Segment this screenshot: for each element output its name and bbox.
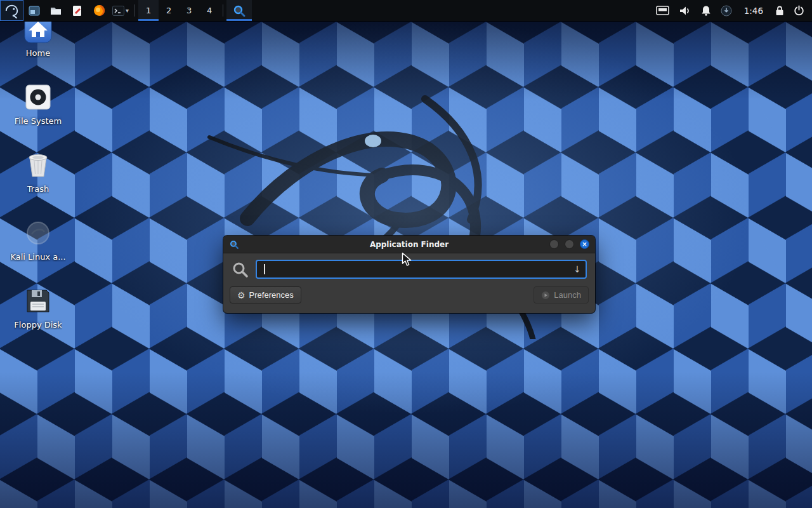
status-network-icon[interactable]: [721, 5, 732, 17]
firefox-icon: [93, 4, 105, 17]
notifications-bell-icon[interactable]: [701, 5, 711, 16]
minimize-button[interactable]: [549, 239, 559, 249]
top-panel: ▾ 1 2 3 4: [0, 0, 812, 22]
desktop-icon-kali-linux[interactable]: Kali Linux a...: [5, 218, 71, 262]
search-input[interactable]: [256, 260, 587, 279]
window-title: Application Finder: [223, 240, 595, 249]
application-finder-task-icon: [232, 4, 246, 18]
launcher-text-editor[interactable]: [67, 0, 88, 21]
workspace-3[interactable]: 3: [179, 0, 199, 21]
entry-dropdown-icon[interactable]: ↓: [573, 264, 581, 274]
panel-separator: [134, 4, 135, 17]
launcher-file-manager[interactable]: [45, 0, 67, 21]
trash-icon: [23, 150, 53, 180]
desktop-icon-column: Home File System Trash Kali Linux a...: [5, 14, 71, 330]
desktop-icon-file-system[interactable]: File System: [5, 82, 71, 126]
button-row: ⚙ Preferences Launch: [223, 283, 595, 310]
desktop-icon-floppy-disk[interactable]: Floppy Disk: [5, 286, 71, 330]
kali-logo-icon: [4, 3, 20, 18]
launcher-firefox[interactable]: [88, 0, 110, 21]
floppy-disk-icon: [23, 286, 53, 316]
close-button[interactable]: ×: [580, 239, 589, 249]
keyboard-icon[interactable]: [656, 6, 669, 15]
volume-icon[interactable]: [679, 6, 691, 16]
panel-clock[interactable]: 1:46: [742, 6, 766, 16]
launch-icon: [541, 291, 550, 300]
desktop-icon-label: Home: [26, 48, 50, 58]
desktop-icon-label: Trash: [27, 184, 49, 194]
desktop-icon-trash[interactable]: Trash: [5, 150, 71, 194]
preferences-button-label: Preferences: [249, 290, 294, 300]
search-entry-wrap: ↓: [256, 260, 587, 279]
search-row: ↓: [223, 253, 595, 283]
workspace-1[interactable]: 1: [138, 0, 159, 21]
panel-separator: [223, 4, 223, 17]
search-icon: [232, 261, 249, 278]
application-finder-window: Application Finder × ↓ ⚙ Preferences: [223, 236, 595, 313]
workspace-4[interactable]: 4: [199, 0, 219, 21]
titlebar[interactable]: Application Finder ×: [223, 236, 595, 253]
application-finder-window-icon: [229, 239, 239, 250]
terminal-icon: [112, 6, 124, 16]
taskbar-application-finder[interactable]: [226, 0, 252, 21]
preferences-button[interactable]: ⚙ Preferences: [230, 286, 301, 304]
system-tray: 1:46: [648, 0, 812, 21]
text-editor-icon: [72, 5, 82, 17]
applications-menu-button[interactable]: [0, 0, 23, 21]
kali-linux-icon: [23, 218, 53, 248]
workspace-2[interactable]: 2: [159, 0, 179, 21]
desktop-icon-label: Kali Linux a...: [10, 252, 65, 262]
logout-power-icon[interactable]: [794, 5, 804, 16]
file-system-icon: [23, 82, 53, 112]
window-icon: [29, 5, 40, 17]
chevron-down-icon[interactable]: ▾: [126, 8, 129, 14]
maximize-button[interactable]: [565, 239, 574, 249]
desktop-icon-label: Floppy Disk: [14, 320, 62, 330]
launch-button[interactable]: Launch: [534, 286, 589, 304]
file-manager-icon: [50, 6, 62, 16]
launch-button-label: Launch: [554, 290, 581, 300]
launcher-window-manager[interactable]: [23, 0, 45, 21]
window-buttons: ×: [549, 239, 589, 249]
desktop-icon-label: File System: [15, 116, 62, 126]
launcher-terminal[interactable]: ▾: [110, 0, 131, 21]
gear-icon: ⚙: [237, 291, 246, 300]
lock-screen-icon[interactable]: [775, 5, 784, 16]
